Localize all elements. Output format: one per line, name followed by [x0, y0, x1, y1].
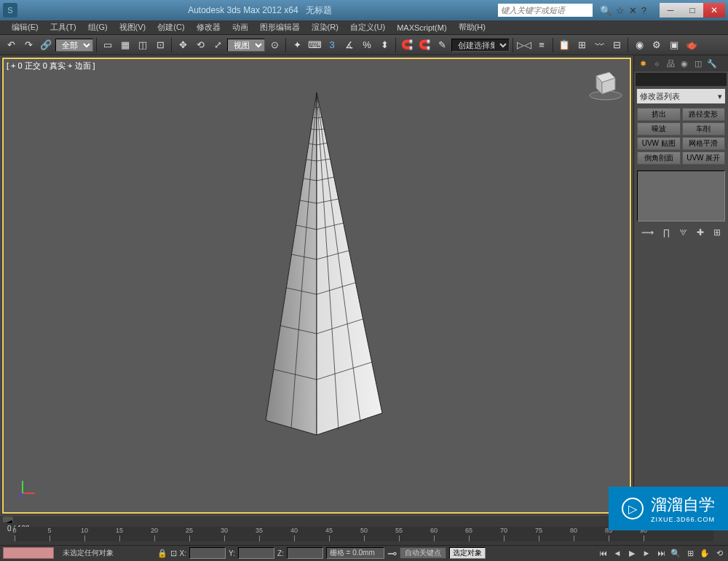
snap-toggle-button[interactable]: 3: [324, 37, 340, 53]
magnet-icon-2[interactable]: 🧲: [416, 37, 432, 53]
selection-filter-dropdown[interactable]: 全部: [55, 39, 93, 52]
pin-stack-icon[interactable]: ⟿: [641, 227, 654, 238]
mod-noise-button[interactable]: 噪波: [637, 122, 681, 136]
render-button[interactable]: 🫖: [684, 37, 700, 53]
menu-graph-editors[interactable]: 图形编辑器: [254, 20, 306, 34]
main-toolbar: ↶ ↷ 🔗 全部 ▭ ▦ ◫ ⊡ ✥ ⟲ ⤢ 视图 ⊙ ✦ ⌨ 3 ∡ % ⬍ …: [0, 35, 728, 55]
select-rotate-button[interactable]: ⟲: [192, 37, 208, 53]
ref-coord-dropdown[interactable]: 视图: [227, 39, 265, 52]
mod-uvwmap-button[interactable]: UVW 贴图: [637, 137, 681, 150]
display-tab[interactable]: ◫: [692, 58, 704, 69]
viewport-label[interactable]: [ + 0 正交 0 真实 + 边面 ]: [7, 60, 95, 71]
modifier-stack[interactable]: [637, 170, 725, 221]
align-button[interactable]: ≡: [534, 37, 550, 53]
menu-view[interactable]: 视图(V): [114, 20, 152, 34]
layers-button[interactable]: 📋: [556, 37, 572, 53]
selected-field[interactable]: 选定对象: [449, 547, 486, 559]
create-tab[interactable]: ✹: [637, 58, 649, 69]
mirror-button[interactable]: ▷◁: [516, 37, 532, 53]
window-maximize-button[interactable]: □: [681, 3, 703, 17]
goto-start-icon[interactable]: ⏮: [597, 547, 609, 559]
angle-snap-button[interactable]: ∡: [341, 37, 357, 53]
graphite-button[interactable]: ⊞: [574, 37, 590, 53]
manipulate-button[interactable]: ✦: [289, 37, 305, 53]
hierarchy-tab[interactable]: 品: [665, 58, 676, 69]
scrollbar-left[interactable]: ◄: [3, 517, 13, 522]
prev-frame-icon[interactable]: ◄: [612, 547, 623, 559]
zoom-all-icon[interactable]: ⊞: [684, 547, 696, 559]
make-unique-icon[interactable]: ⩔: [679, 227, 688, 238]
menu-maxscript[interactable]: MAXScript(M): [391, 22, 452, 34]
mod-bevelprofile-button[interactable]: 倒角剖面: [637, 152, 681, 165]
viewport[interactable]: [ + 0 正交 0 真实 + 边面 ]: [1, 57, 632, 514]
schematic-button[interactable]: ⊟: [609, 37, 625, 53]
named-selection-dropdown[interactable]: 创建选择集: [451, 39, 510, 52]
mod-pathdeform-button[interactable]: 路径变形: [682, 108, 726, 121]
search-icon[interactable]: 🔍: [600, 5, 612, 16]
configure-sets-icon[interactable]: ⊞: [713, 227, 721, 238]
window-minimize-button[interactable]: ─: [660, 3, 681, 17]
select-name-button[interactable]: ▦: [117, 37, 133, 53]
mod-lathe-button[interactable]: 车削: [682, 122, 726, 136]
help-icon[interactable]: ?: [641, 5, 646, 16]
motion-tab[interactable]: ◉: [678, 58, 690, 69]
help-search-input[interactable]: [498, 4, 593, 17]
zoom-icon[interactable]: 🔍: [670, 547, 681, 559]
modify-tab[interactable]: ⟐: [651, 58, 662, 69]
pivot-button[interactable]: ⊙: [266, 37, 282, 53]
object-name-field[interactable]: [636, 73, 727, 86]
redo-button[interactable]: ↷: [20, 37, 36, 53]
edit-named-sel-button[interactable]: ✎: [434, 37, 450, 53]
next-frame-icon[interactable]: ►: [641, 547, 652, 559]
x-coord-field[interactable]: [189, 547, 226, 559]
menu-create[interactable]: 创建(C): [151, 20, 190, 34]
render-frame-button[interactable]: ▣: [666, 37, 682, 53]
select-region-button[interactable]: ◫: [135, 37, 151, 53]
arc-rotate-icon[interactable]: ⟲: [713, 547, 725, 559]
undo-button[interactable]: ↶: [3, 37, 19, 53]
exchange-icon[interactable]: ✕: [629, 5, 637, 16]
y-coord-field[interactable]: [238, 547, 274, 559]
remove-mod-icon[interactable]: ✚: [697, 227, 704, 238]
menu-group[interactable]: 组(G): [82, 20, 114, 34]
select-scale-button[interactable]: ⤢: [210, 37, 226, 53]
z-coord-field[interactable]: [287, 547, 323, 559]
curve-editor-button[interactable]: 〰: [591, 37, 607, 53]
mod-unwrap-button[interactable]: UVW 展开: [682, 152, 726, 165]
render-setup-button[interactable]: ⚙: [649, 37, 665, 53]
menu-edit[interactable]: 编辑(E): [6, 20, 44, 34]
star-icon[interactable]: ☆: [616, 5, 625, 16]
mod-meshsmooth-button[interactable]: 网格平滑: [682, 137, 726, 150]
menu-animation[interactable]: 动画: [226, 20, 254, 34]
keyboard-shortcut-button[interactable]: ⌨: [306, 37, 323, 53]
time-slider-bg[interactable]: [3, 547, 54, 559]
link-button[interactable]: 🔗: [38, 37, 54, 53]
percent-snap-button[interactable]: %: [359, 37, 375, 53]
select-move-button[interactable]: ✥: [175, 37, 191, 53]
play-icon[interactable]: ▶: [626, 547, 638, 559]
pan-icon[interactable]: ✋: [699, 547, 711, 559]
isolate-icon[interactable]: ⊡: [170, 549, 177, 558]
auto-key-button[interactable]: 自动关键点: [400, 547, 446, 559]
material-editor-button[interactable]: ◉: [631, 37, 647, 53]
goto-end-icon[interactable]: ⏭: [655, 547, 667, 559]
show-result-icon[interactable]: ∏: [663, 227, 670, 238]
pyramid-object[interactable]: [222, 85, 411, 450]
lock-icon[interactable]: 🔒: [157, 549, 167, 558]
menu-help[interactable]: 帮助(H): [453, 20, 491, 34]
menu-modifiers[interactable]: 修改器: [191, 20, 226, 34]
mod-extrude-button[interactable]: 挤出: [637, 108, 681, 121]
viewcube[interactable]: [587, 65, 624, 101]
select-object-button[interactable]: ▭: [100, 37, 116, 53]
utilities-tab[interactable]: 🔧: [706, 58, 718, 69]
menu-tools[interactable]: 工具(T): [44, 20, 82, 34]
app-icon[interactable]: S: [3, 3, 17, 17]
modifier-list-dropdown[interactable]: 修改器列表▾: [637, 89, 725, 103]
magnet-icon[interactable]: 🧲: [399, 37, 415, 53]
window-close-button[interactable]: ✕: [703, 3, 725, 17]
menu-render[interactable]: 渲染(R): [306, 20, 344, 34]
menu-customize[interactable]: 自定义(U): [344, 20, 391, 34]
key-icon[interactable]: ⊸: [387, 546, 397, 560]
window-crossing-button[interactable]: ⊡: [152, 37, 168, 53]
spinner-snap-button[interactable]: ⬍: [376, 37, 392, 53]
